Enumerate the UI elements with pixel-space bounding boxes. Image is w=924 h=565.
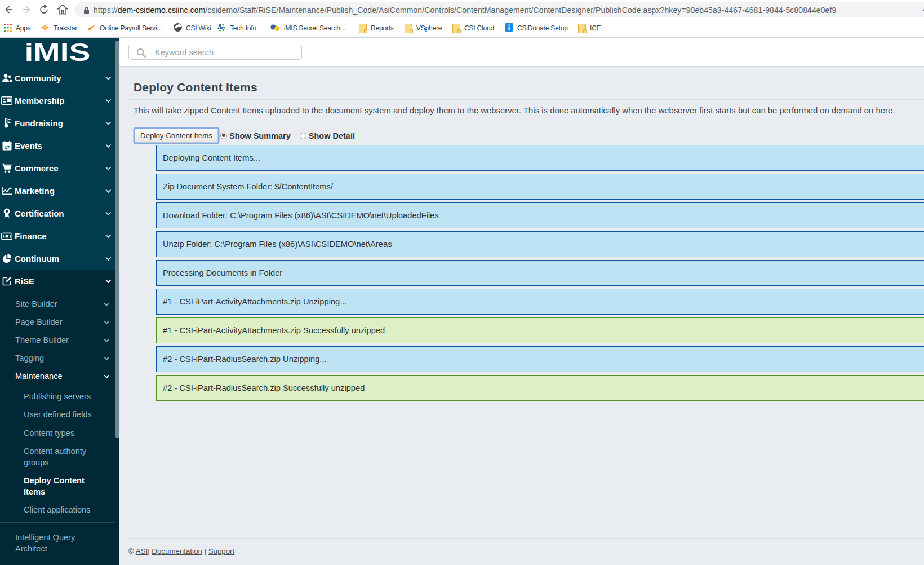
svg-text:17: 17 [5,144,10,149]
svg-text:iMIS: iMIS [25,41,91,64]
